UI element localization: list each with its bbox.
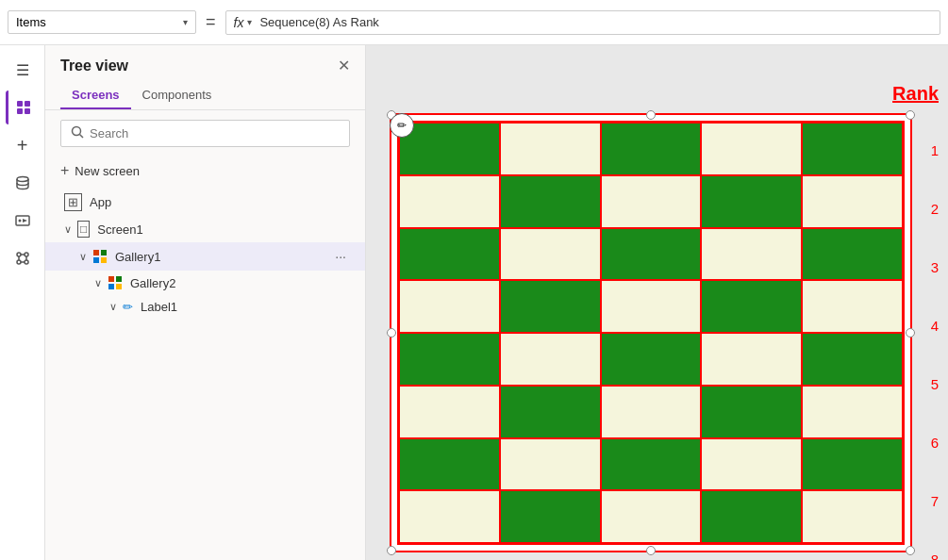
checker-cell (500, 490, 601, 543)
svg-point-10 (25, 260, 28, 264)
row-number-7: 7 (931, 471, 939, 530)
checker-cell (701, 123, 802, 175)
label1-label: Label1 (141, 300, 177, 314)
svg-point-9 (17, 260, 21, 264)
tools-button[interactable] (6, 241, 40, 275)
screen1-icon: □ (77, 221, 90, 238)
svg-rect-24 (116, 284, 122, 289)
canvas-area: Rank 1 2 3 4 5 6 7 8 ✏ (366, 45, 948, 560)
svg-rect-18 (101, 250, 107, 255)
hamburger-button[interactable]: ☰ (6, 53, 40, 87)
svg-rect-21 (108, 276, 114, 282)
media-button[interactable] (6, 204, 40, 238)
plus-icon: + (60, 162, 69, 179)
search-icon (71, 125, 84, 141)
fx-icon: fx (234, 15, 244, 30)
screen1-chevron-icon: ∨ (64, 223, 72, 236)
add-button[interactable]: + (6, 128, 40, 162)
gallery2-chevron-icon: ∨ (94, 277, 102, 289)
checkerboard-inner-border (397, 121, 905, 545)
checker-cell (500, 280, 601, 333)
tree-panel: Tree view ✕ Screens Components + New scr… (45, 45, 366, 560)
app-label: App (90, 195, 111, 209)
equals-sign: = (202, 12, 220, 32)
gallery1-label: Gallery1 (115, 250, 160, 264)
items-dropdown[interactable]: Items ▾ (8, 10, 196, 34)
checker-cell (802, 228, 903, 281)
svg-rect-0 (17, 101, 23, 107)
row-number-3: 3 (931, 238, 939, 296)
row-number-4: 4 (931, 296, 939, 354)
gallery2-label: Gallery2 (130, 276, 175, 290)
tree-item-app[interactable]: ⊞ App (45, 189, 365, 216)
svg-rect-22 (116, 276, 122, 282)
search-input[interactable] (90, 126, 340, 140)
top-bar: Items ▾ = fx ▾ Sequence(8) As Rank (0, 0, 948, 45)
handle-bl[interactable] (387, 546, 396, 555)
row-number-2: 2 (931, 179, 939, 238)
checker-cell (701, 386, 802, 438)
handle-tr[interactable] (906, 110, 915, 120)
tree-title: Tree view (60, 58, 128, 74)
checker-cell (601, 228, 702, 281)
checker-cell (500, 333, 601, 386)
edit-badge[interactable]: ✏ (390, 113, 414, 138)
gallery1-icon (92, 249, 108, 264)
new-screen-label: New screen (75, 164, 140, 178)
rank-label: Rank (892, 83, 939, 105)
checker-cell (399, 175, 500, 228)
row-number-5: 5 (931, 354, 939, 413)
tab-screens[interactable]: Screens (60, 82, 131, 109)
svg-point-6 (18, 220, 21, 222)
checker-grid (399, 123, 903, 543)
checker-cell (399, 386, 500, 438)
svg-line-16 (80, 135, 84, 139)
gallery1-more-button[interactable]: ··· (331, 247, 350, 266)
database-button[interactable] (6, 166, 40, 200)
checker-cell (399, 280, 500, 333)
label1-chevron-icon: ∨ (109, 301, 117, 313)
label1-icon: ✏ (123, 300, 133, 314)
svg-rect-1 (25, 101, 30, 107)
checker-cell (701, 333, 802, 386)
checker-cell (500, 123, 601, 175)
close-button[interactable]: ✕ (338, 57, 350, 74)
checker-cell (601, 386, 702, 438)
checker-cell (802, 280, 903, 333)
checker-cell (701, 280, 802, 333)
checker-cell (399, 438, 500, 491)
handle-left[interactable] (387, 328, 396, 338)
handle-br[interactable] (906, 546, 915, 555)
checker-cell (601, 175, 702, 228)
svg-rect-3 (25, 108, 30, 114)
checker-cell (500, 228, 601, 281)
formula-text: Sequence(8) As Rank (259, 15, 378, 29)
tree-item-label1[interactable]: ∨ ✏ Label1 (45, 295, 365, 319)
svg-rect-23 (108, 284, 114, 289)
handle-bottom[interactable] (646, 546, 656, 555)
layers-button[interactable] (6, 91, 40, 124)
tree-item-gallery2[interactable]: ∨ Gallery2 (45, 271, 365, 295)
fx-chevron-icon: ▾ (247, 17, 252, 27)
handle-top[interactable] (646, 110, 656, 120)
checker-cell (399, 228, 500, 281)
handle-right[interactable] (906, 328, 915, 338)
search-box (60, 120, 350, 147)
tree-item-gallery1[interactable]: ∨ Gallery1 ··· (45, 242, 365, 271)
icon-bar: ☰ + (0, 45, 45, 560)
checker-cell (802, 333, 903, 386)
svg-point-7 (17, 253, 21, 256)
chevron-down-icon: ▾ (183, 17, 188, 27)
svg-point-4 (17, 177, 28, 182)
svg-rect-2 (17, 108, 23, 114)
checker-cell (601, 438, 702, 491)
new-screen-button[interactable]: + New screen (45, 156, 365, 185)
checker-cell (500, 386, 601, 438)
tab-components[interactable]: Components (131, 82, 224, 109)
tree-item-screen1[interactable]: ∨ □ Screen1 (45, 216, 365, 242)
row-number-1: 1 (931, 121, 939, 179)
checker-cell (601, 490, 702, 543)
checker-cell (802, 438, 903, 491)
formula-bar[interactable]: fx ▾ Sequence(8) As Rank (225, 10, 940, 35)
checker-cell (701, 438, 802, 491)
